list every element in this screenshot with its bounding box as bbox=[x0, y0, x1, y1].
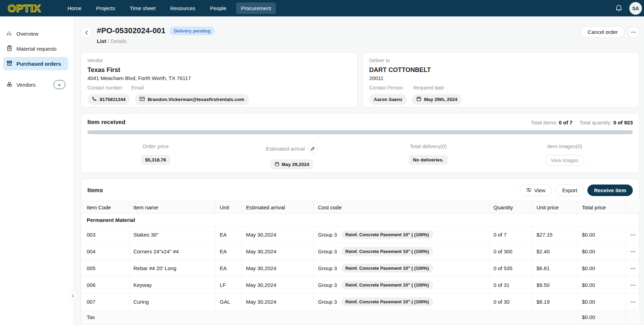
col-quantity[interactable]: Quantity bbox=[489, 201, 532, 214]
cell-cost-code: Group 3Reinf. Concrete Pavement 10" ( (1… bbox=[314, 226, 489, 243]
cell-item-name: Keyway bbox=[129, 277, 215, 294]
nav-item-home[interactable]: Home bbox=[63, 2, 86, 14]
cancel-order-button[interactable]: Cancel order bbox=[581, 26, 624, 38]
edit-estimated-arrival-button[interactable] bbox=[308, 143, 318, 154]
cell-item-code: 005 bbox=[81, 260, 129, 277]
col-total-price[interactable]: Total price bbox=[578, 201, 626, 214]
cell-estimated-arrival: May 30,2024 bbox=[242, 260, 314, 277]
export-button[interactable]: Export bbox=[556, 185, 584, 196]
col-item-name[interactable]: Item name bbox=[129, 201, 215, 214]
tax-total: $0.00 bbox=[578, 310, 626, 324]
estimated-arrival-date: May 29,2024 bbox=[282, 162, 309, 167]
cost-code-chip: Reinf. Concrete Pavement 10" ( (100%) bbox=[341, 264, 433, 273]
contact-person-chip[interactable]: Aaron Saenz bbox=[369, 94, 407, 105]
nav-item-timesheet[interactable]: Time sheet bbox=[125, 2, 160, 14]
table-row[interactable]: 005 Rebar #4 20' Long EA May 30,2024 Gro… bbox=[81, 260, 640, 277]
row-more-button[interactable]: ⋯ bbox=[630, 282, 636, 288]
sidebar-collapse-button[interactable] bbox=[69, 291, 77, 301]
cost-code-chip: Reinf. Concrete Pavement 10" ( (100%) bbox=[341, 281, 433, 289]
mail-icon bbox=[139, 97, 145, 102]
sidebar-item-label: Vendors bbox=[16, 82, 36, 88]
table-row[interactable]: 007 Curing GAL May 30,2024 Group 3Reinf.… bbox=[81, 294, 640, 310]
col-item-code[interactable]: Item Code bbox=[81, 201, 129, 214]
table-row[interactable]: 006 Keyway LF May 30,2024 Group 3Reinf. … bbox=[81, 277, 640, 294]
cell-estimated-arrival: May 30,2024 bbox=[242, 277, 314, 294]
page-title: #PO-05302024-001 bbox=[97, 26, 165, 35]
tax-label: Tax bbox=[81, 310, 578, 324]
nav-item-resources[interactable]: Resources bbox=[165, 2, 200, 14]
sidebar-item-label: Overview bbox=[16, 31, 38, 37]
cell-estimated-arrival: May 30,2024 bbox=[242, 294, 314, 310]
col-cost-code[interactable]: Cost code bbox=[314, 201, 489, 214]
sidebar-item-label: Material requests bbox=[16, 46, 57, 52]
breadcrumb-list[interactable]: List bbox=[97, 38, 106, 44]
required-date-label: Required date bbox=[413, 85, 444, 91]
clipboard-icon bbox=[6, 45, 13, 52]
sidebar-item-purchased-orders[interactable]: Purchased orders bbox=[3, 57, 68, 70]
view-button[interactable]: View bbox=[520, 185, 552, 196]
nav-item-people[interactable]: People bbox=[205, 2, 231, 14]
row-more-button[interactable]: ⋯ bbox=[630, 248, 636, 254]
total-quantity-label: Total quantity: bbox=[579, 120, 612, 125]
sidebar-item-material-requests[interactable]: Material requests bbox=[3, 42, 68, 55]
row-more-button[interactable]: ⋯ bbox=[630, 299, 636, 305]
col-unit-price[interactable]: Unit price bbox=[532, 201, 578, 214]
group-label: Permanent Material bbox=[81, 214, 640, 226]
item-received-title: Item received bbox=[87, 119, 126, 126]
table-row[interactable]: 003 Stakes 30" EA May 30,2024 Group 3Rei… bbox=[81, 226, 640, 243]
nav-item-projects[interactable]: Projects bbox=[91, 2, 120, 14]
more-options-button[interactable]: ⋯ bbox=[628, 26, 639, 38]
cost-group: Group 3 bbox=[318, 265, 337, 271]
subtotal-total: $0.00 bbox=[578, 324, 626, 325]
cell-unit-price: $2.40 bbox=[532, 243, 578, 260]
vendor-email-chip[interactable]: Brandon.Vickerman@texasfirstrentals.com bbox=[135, 94, 249, 105]
cell-unit-price: $6.81 bbox=[532, 260, 578, 277]
view-images-button[interactable]: View images bbox=[545, 155, 584, 166]
add-vendor-button[interactable]: + bbox=[53, 80, 65, 89]
cubes-icon bbox=[6, 81, 13, 88]
required-date-chip[interactable]: May 29th, 2024 bbox=[412, 94, 462, 105]
sidebar-item-vendors[interactable]: Vendors + bbox=[3, 78, 68, 91]
estimated-arrival-label: Estimated arrival bbox=[266, 146, 305, 152]
view-button-label: View bbox=[534, 187, 545, 193]
nav-item-procurement[interactable]: Procurement bbox=[236, 2, 276, 14]
back-button[interactable] bbox=[81, 27, 92, 38]
cost-code-chip: Reinf. Concrete Pavement 10" ( (100%) bbox=[341, 230, 433, 239]
cell-cost-code: Group 3Reinf. Concrete Pavement 10" ( (1… bbox=[314, 294, 489, 310]
col-unit[interactable]: Unit bbox=[215, 201, 242, 214]
cell-item-name: Corners 24"x24" #4 bbox=[129, 243, 215, 260]
user-avatar[interactable]: SA bbox=[629, 2, 642, 15]
cell-item-code: 007 bbox=[81, 294, 129, 310]
sidebar-item-label: Purchased orders bbox=[16, 61, 61, 67]
total-delivery-value: No deliveries. bbox=[409, 155, 448, 165]
cell-cost-code: Group 3Reinf. Concrete Pavement 10" ( (1… bbox=[314, 277, 489, 294]
receive-item-button[interactable]: Receive item bbox=[587, 185, 633, 196]
col-estimated-arrival[interactable]: Estimated arrival bbox=[242, 201, 314, 214]
deliver-to-code: 20011 bbox=[369, 75, 633, 81]
top-navigation-bar: OPTIX Home Projects Time sheet Resources… bbox=[0, 0, 644, 16]
item-images-stat: Item images(0) View images bbox=[496, 143, 633, 169]
cell-item-code: 004 bbox=[81, 243, 129, 260]
subtotal-row: Sub total $0.00 bbox=[81, 324, 640, 325]
cell-total-price: $0.00 bbox=[578, 226, 626, 243]
table-row[interactable]: 004 Corners 24"x24" #4 EA May 30,2024 Gr… bbox=[81, 243, 640, 260]
deliver-to-card: Deliver to DART COTTONBELT 20011 Contact… bbox=[363, 52, 639, 107]
cost-code-chip: Reinf. Concrete Pavement 10" ( (100%) bbox=[341, 247, 433, 256]
sidebar-item-overview[interactable]: Overview bbox=[3, 27, 68, 40]
row-more-button[interactable]: ⋯ bbox=[630, 265, 636, 271]
row-more-button[interactable]: ⋯ bbox=[630, 232, 636, 238]
cell-total-price: $0.00 bbox=[578, 294, 626, 310]
vendor-card: Vendor Texas First 4041 Meacham Blvd, Fo… bbox=[81, 52, 358, 107]
total-quantity-value: 0 of 923 bbox=[613, 120, 633, 125]
cell-unit: GAL bbox=[215, 294, 242, 310]
vendor-phone-chip[interactable]: 8175811344 bbox=[87, 94, 130, 105]
vendor-name: Texas First bbox=[87, 66, 351, 74]
order-price-label: Order price bbox=[142, 143, 169, 149]
cell-item-code: 006 bbox=[81, 277, 129, 294]
box-icon bbox=[6, 60, 13, 67]
cell-quantity: 0 of 7 bbox=[489, 226, 532, 243]
vendor-email-value: Brandon.Vickerman@texasfirstrentals.com bbox=[148, 97, 244, 102]
total-delivery-stat: Total delivery(0) No deliveries. bbox=[360, 143, 496, 169]
nav-items: Home Projects Time sheet Resources Peopl… bbox=[63, 2, 276, 14]
notification-bell-icon[interactable] bbox=[615, 3, 623, 13]
